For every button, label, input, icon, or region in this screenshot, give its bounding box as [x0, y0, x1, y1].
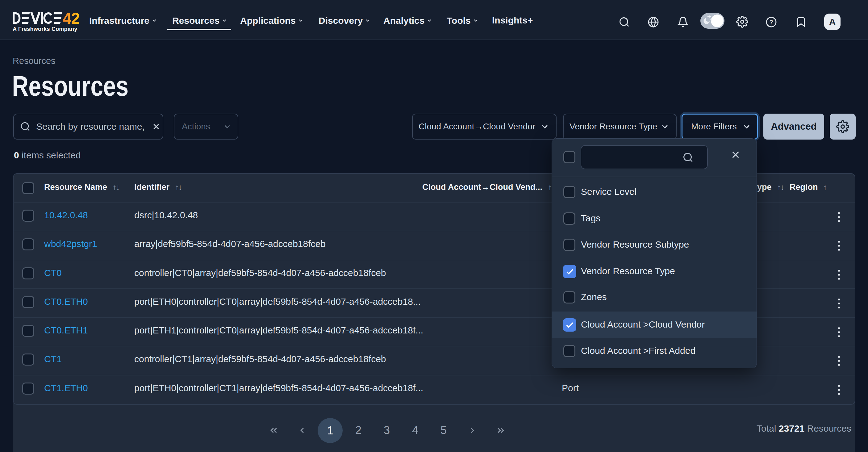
svg-text:42: 42 — [63, 12, 80, 24]
svg-text:?: ? — [769, 19, 773, 26]
